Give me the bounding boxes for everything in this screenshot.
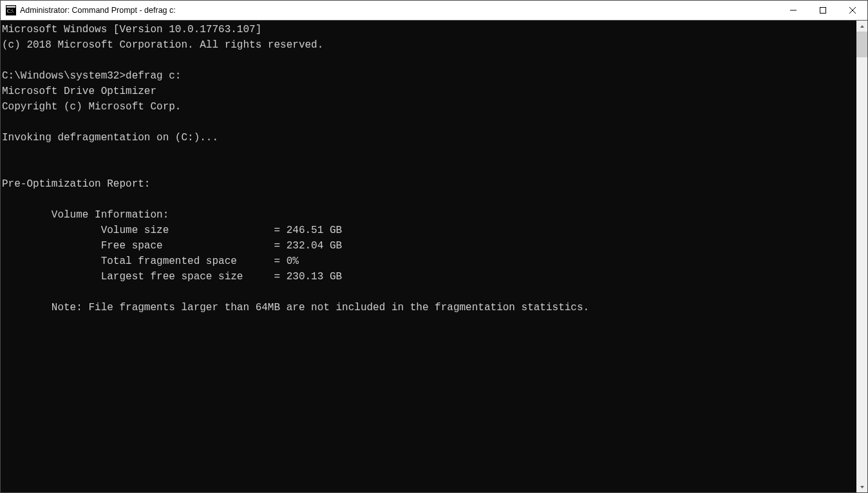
svg-text:C:\: C:\	[7, 8, 14, 14]
svg-marker-8	[860, 486, 864, 488]
close-button[interactable]	[838, 1, 867, 21]
command-prompt-window: C:\ Administrator: Command Prompt - defr…	[0, 0, 868, 493]
scrollbar-track[interactable]	[856, 32, 867, 481]
scroll-down-arrow-icon[interactable]	[856, 481, 867, 492]
cmd-icon: C:\	[6, 5, 16, 15]
scroll-up-arrow-icon[interactable]	[856, 21, 867, 32]
scrollbar-thumb[interactable]	[856, 32, 867, 57]
svg-marker-7	[860, 25, 864, 28]
maximize-button[interactable]	[808, 1, 838, 21]
svg-rect-4	[820, 8, 826, 14]
client-area: Microsoft Windows [Version 10.0.17763.10…	[1, 21, 867, 492]
titlebar[interactable]: C:\ Administrator: Command Prompt - defr…	[1, 1, 867, 21]
terminal-output[interactable]: Microsoft Windows [Version 10.0.17763.10…	[1, 21, 856, 492]
vertical-scrollbar[interactable]	[856, 21, 867, 492]
minimize-button[interactable]	[778, 1, 808, 21]
window-title: Administrator: Command Prompt - defrag c…	[20, 6, 176, 15]
svg-rect-1	[6, 6, 15, 8]
